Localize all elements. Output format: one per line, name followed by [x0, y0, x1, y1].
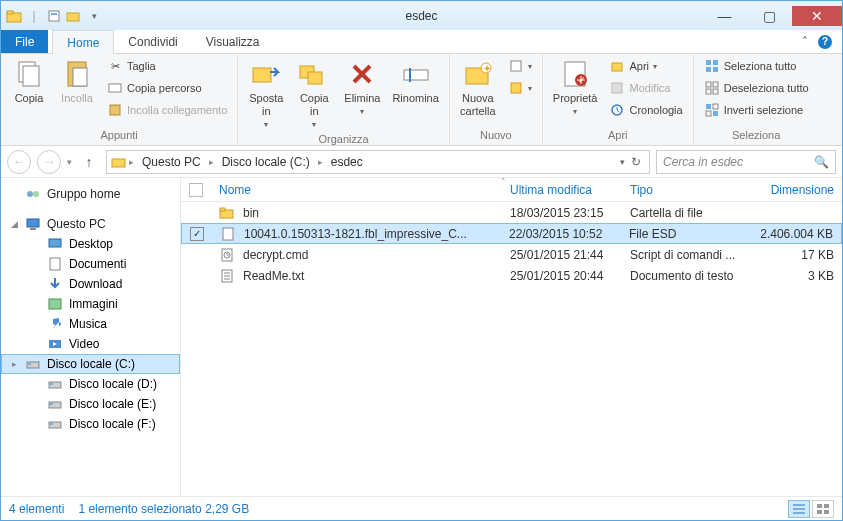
- up-button[interactable]: ↑: [78, 151, 100, 173]
- svg-rect-20: [511, 83, 521, 93]
- invert-selection-button[interactable]: Inverti selezione: [700, 100, 813, 120]
- sidebar-item[interactable]: Video: [1, 334, 180, 354]
- select-all-button[interactable]: Seleziona tutto: [700, 56, 813, 76]
- sidebar-item[interactable]: Musica: [1, 314, 180, 334]
- column-header-name[interactable]: Nome: [211, 183, 502, 197]
- view-details-button[interactable]: [788, 500, 810, 518]
- item-icon: [25, 356, 41, 372]
- titlebar: | ▾ esdec — ▢ ✕: [1, 1, 842, 30]
- sidebar: Gruppo home ◢ Questo PC Desktop Document…: [1, 178, 181, 496]
- qat-chevron-down-icon[interactable]: ▾: [85, 7, 103, 25]
- column-header-modified[interactable]: Ultima modifica: [502, 183, 622, 197]
- refresh-icon[interactable]: ↻: [631, 155, 641, 169]
- ribbon-group-open: ✓ Proprietà▾ Apri ▾ Modifica Cronologia …: [543, 54, 694, 145]
- select-all-icon: [704, 58, 720, 74]
- open-icon: [609, 58, 625, 74]
- copy-path-button[interactable]: Copia percorso: [103, 78, 231, 98]
- close-button[interactable]: ✕: [792, 6, 842, 26]
- new-item-button[interactable]: ▾: [504, 56, 536, 76]
- select-all-checkbox[interactable]: [189, 183, 203, 197]
- search-input[interactable]: Cerca in esdec 🔍: [656, 150, 836, 174]
- new-folder-button[interactable]: ✦ Nuova cartella: [456, 56, 500, 120]
- column-label: Ultima modifica: [510, 183, 592, 197]
- table-row[interactable]: ReadMe.txt 25/01/2015 20:44 Documento di…: [181, 265, 842, 286]
- sidebar-item[interactable]: Disco locale (E:): [1, 394, 180, 414]
- easy-access-button[interactable]: ▾: [504, 78, 536, 98]
- table-row[interactable]: decrypt.cmd 25/01/2015 21:44 Script di c…: [181, 244, 842, 265]
- view-thumbnails-button[interactable]: [812, 500, 834, 518]
- rename-button[interactable]: Rinomina: [388, 56, 442, 107]
- row-checkbox[interactable]: ✓: [190, 227, 204, 241]
- select-none-button[interactable]: Deseleziona tutto: [700, 78, 813, 98]
- chevron-down-icon: ▾: [312, 120, 316, 129]
- svg-rect-11: [253, 68, 271, 82]
- sidebar-item[interactable]: Desktop: [1, 234, 180, 254]
- chevron-down-icon: ▾: [573, 107, 577, 116]
- sidebar-item-homegroup[interactable]: Gruppo home: [1, 184, 180, 204]
- open-button[interactable]: Apri ▾: [605, 56, 686, 76]
- navbar: ← → ▾ ↑ ▸ Questo PC ▸ Disco locale (C:) …: [1, 146, 842, 178]
- file-modified: 25/01/2015 21:44: [502, 248, 622, 262]
- address-bar[interactable]: ▸ Questo PC ▸ Disco locale (C:) ▸ esdec …: [106, 150, 650, 174]
- copy-to-button[interactable]: Copia in▾: [292, 56, 336, 131]
- window-controls: — ▢ ✕: [702, 6, 842, 26]
- sidebar-item[interactable]: Immagini: [1, 294, 180, 314]
- delete-button[interactable]: Elimina▾: [340, 56, 384, 118]
- minimize-button[interactable]: —: [702, 6, 747, 26]
- paste-button[interactable]: Incolla: [55, 56, 99, 107]
- move-to-button[interactable]: Sposta in▾: [244, 56, 288, 131]
- column-header-size[interactable]: Dimensione: [752, 183, 842, 197]
- edit-button[interactable]: Modifica: [605, 78, 686, 98]
- table-row[interactable]: ✓ 10041.0.150313-1821.fbl_impressive_C..…: [181, 223, 842, 244]
- sidebar-item[interactable]: Download: [1, 274, 180, 294]
- column-label: Nome: [219, 183, 251, 197]
- sidebar-item-label: Disco locale (D:): [69, 377, 157, 391]
- chevron-right-icon[interactable]: ▸: [207, 157, 216, 167]
- breadcrumb-segment[interactable]: esdec: [325, 151, 369, 173]
- maximize-button[interactable]: ▢: [747, 6, 792, 26]
- address-chevron-down-icon[interactable]: ▾: [620, 157, 625, 167]
- breadcrumb-segment[interactable]: Disco locale (C:): [216, 151, 316, 173]
- folder-icon: [111, 154, 127, 170]
- cut-button[interactable]: ✂Taglia: [103, 56, 231, 76]
- sidebar-item-label: Download: [69, 277, 122, 291]
- forward-button[interactable]: →: [37, 150, 61, 174]
- copy-path-label: Copia percorso: [127, 82, 202, 94]
- collapse-icon[interactable]: ◢: [9, 219, 19, 229]
- chevron-right-icon[interactable]: ▸: [316, 157, 325, 167]
- properties-button[interactable]: ✓ Proprietà▾: [549, 56, 602, 118]
- svg-point-40: [27, 191, 33, 197]
- history-button[interactable]: Cronologia: [605, 100, 686, 120]
- properties-icon[interactable]: [45, 7, 63, 25]
- svg-rect-32: [713, 82, 718, 87]
- sidebar-item[interactable]: Documenti: [1, 254, 180, 274]
- copy-to-label: Copia in: [300, 92, 329, 118]
- ribbon-collapse-icon[interactable]: ˄: [802, 35, 808, 49]
- expand-icon[interactable]: ▸: [9, 359, 19, 369]
- sidebar-item[interactable]: Disco locale (F:): [1, 414, 180, 434]
- tab-view[interactable]: Visualizza: [192, 30, 274, 53]
- new-folder-icon[interactable]: [65, 7, 83, 25]
- open-label: Apri: [629, 60, 649, 72]
- status-selection: 1 elemento selezionato 2,29 GB: [78, 502, 249, 516]
- file-size: 3 KB: [752, 269, 842, 283]
- svg-point-41: [33, 191, 39, 197]
- tab-home[interactable]: Home: [52, 30, 114, 54]
- table-row[interactable]: bin 18/03/2015 23:15 Cartella di file: [181, 202, 842, 223]
- sidebar-item[interactable]: ▸ Disco locale (C:): [1, 354, 180, 374]
- sidebar-item-label: Musica: [69, 317, 107, 331]
- paste-shortcut-button[interactable]: Incolla collegamento: [103, 100, 231, 120]
- help-icon[interactable]: ?: [818, 35, 832, 49]
- chevron-right-icon[interactable]: ▸: [127, 157, 136, 167]
- sidebar-item-label: Disco locale (E:): [69, 397, 156, 411]
- history-chevron-icon[interactable]: ▾: [67, 157, 72, 167]
- copy-button[interactable]: Copia: [7, 56, 51, 107]
- back-button[interactable]: ←: [7, 150, 31, 174]
- tab-file[interactable]: File: [1, 30, 48, 53]
- tab-share[interactable]: Condividi: [114, 30, 191, 53]
- sidebar-item[interactable]: Disco locale (D:): [1, 374, 180, 394]
- column-header-type[interactable]: Tipo: [622, 183, 752, 197]
- breadcrumb-segment[interactable]: Questo PC: [136, 151, 207, 173]
- sidebar-item-this-pc[interactable]: ◢ Questo PC: [1, 214, 180, 234]
- copy-label: Copia: [15, 92, 44, 105]
